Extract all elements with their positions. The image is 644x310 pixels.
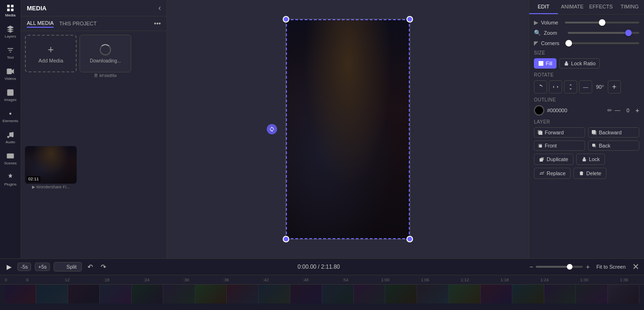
zoom-thumb — [567, 264, 572, 270]
minus5-button[interactable]: -5s — [17, 263, 31, 271]
replace-icon — [539, 170, 545, 176]
media-tab-all[interactable]: ALL MEDIA — [27, 19, 54, 28]
ruler-tick: :12 — [47, 278, 87, 282]
media-tab-project[interactable]: THIS PROJECT — [59, 20, 96, 27]
svg-point-9 — [11, 135, 14, 138]
tab-edit[interactable]: EDIT — [529, 0, 558, 14]
thumbnail-duration: 02:11 — [27, 176, 40, 182]
flip-h-icon — [553, 84, 558, 90]
svg-rect-2 — [7, 9, 9, 11]
grid-icon — [6, 4, 15, 12]
corners-slider[interactable] — [565, 42, 639, 44]
replace-button[interactable]: Replace — [534, 168, 571, 179]
fill-button[interactable]: Fill — [534, 58, 557, 69]
timeline-zoom-slider[interactable] — [536, 266, 583, 268]
timeline-track[interactable] — [5, 285, 639, 303]
text-icon — [6, 46, 15, 54]
svg-rect-1 — [11, 5, 14, 7]
layer-bottom-row: Replace Delete — [534, 168, 639, 179]
sidebar-item-scenes[interactable]: Scenes — [0, 148, 21, 169]
sidebar-item-elements[interactable]: Elements — [0, 106, 21, 127]
timeline-close-button[interactable]: ✕ — [632, 262, 639, 272]
rotate-ccw-button[interactable] — [534, 80, 547, 93]
downloading-filename: 🖹 kFsleBfw — [94, 73, 117, 78]
ruler-tick: :6 — [7, 278, 47, 282]
tab-effects[interactable]: EFFECTS — [587, 0, 615, 14]
plugins-icon — [6, 173, 15, 181]
delete-button[interactable]: Delete — [573, 168, 606, 179]
lock-button[interactable]: Lock — [576, 154, 605, 165]
forward-button[interactable]: Forward — [534, 127, 585, 138]
split-button[interactable]: Split — [54, 262, 81, 271]
backward-button[interactable]: Backward — [588, 127, 639, 138]
timeline-zoom-in[interactable]: + — [586, 263, 589, 271]
timeline: ▶ -5s +5s Split ↶ ↷ 0:00.00 / 2:11.80 − … — [0, 258, 644, 310]
outline-edit-icon[interactable]: ✏ — [607, 107, 612, 114]
media-thumbnail-item[interactable]: 02:11 — [25, 146, 77, 184]
zoom-controls: − + — [529, 263, 589, 271]
undo-button[interactable]: ↶ — [86, 262, 95, 271]
size-section-label: SIZE — [534, 50, 639, 55]
volume-icon: ▶ — [534, 19, 538, 26]
plus5-button[interactable]: +5s — [35, 263, 50, 271]
layers-icon — [6, 25, 15, 33]
volume-slider[interactable] — [565, 22, 639, 23]
lock-icon — [564, 61, 569, 66]
handle-top-left[interactable] — [283, 16, 289, 23]
rotate-icon — [269, 126, 275, 132]
volume-label: Volume — [541, 20, 562, 25]
add-media-button[interactable]: + Add Media — [25, 35, 77, 72]
corners-icon: ◤ — [534, 40, 538, 46]
downloading-item: Downloading... 🖹 kFsleBfw — [80, 35, 131, 143]
layer-section-label: LAYER — [534, 119, 639, 124]
media-panel: MEDIA ‹ ALL MEDIA THIS PROJECT ••• + Add… — [21, 0, 167, 258]
audio-icon — [6, 131, 15, 139]
zoom-fill — [536, 266, 571, 268]
rotate-plus-button[interactable]: + — [608, 80, 621, 93]
sidebar-item-text[interactable]: Text — [0, 42, 21, 63]
canvas-video[interactable] — [286, 19, 410, 240]
rotate-ccw-icon — [538, 84, 543, 90]
handle-bottom-right[interactable] — [406, 236, 413, 242]
outline-color-swatch[interactable] — [534, 105, 544, 116]
back-button[interactable]: Back — [588, 140, 639, 151]
ruler-tick: :54 — [326, 278, 366, 282]
rotate-handle[interactable] — [267, 124, 277, 134]
sidebar-item-media[interactable]: Media — [0, 0, 21, 21]
timeline-zoom-out[interactable]: − — [529, 263, 533, 271]
tab-timing[interactable]: TIMING — [615, 0, 644, 14]
play-button[interactable]: ▶ — [5, 262, 14, 271]
zoom-slider[interactable] — [568, 32, 639, 34]
handle-bottom-left[interactable] — [283, 236, 289, 242]
tab-animate[interactable]: ANIMATE — [558, 0, 587, 14]
rotate-section: — 90° + — [534, 80, 639, 93]
downloading-label: Downloading... — [90, 58, 121, 63]
sidebar-item-images[interactable]: Images — [0, 85, 21, 106]
lock-ratio-button[interactable]: Lock Ratio — [559, 58, 600, 69]
sidebar-item-audio[interactable]: Audio — [0, 127, 21, 148]
sidebar-item-videos[interactable]: Videos — [0, 63, 21, 85]
media-panel-close-button[interactable]: ‹ — [159, 4, 161, 12]
flip-v-button[interactable] — [564, 80, 577, 93]
sidebar-item-plugins[interactable]: Plugins — [0, 169, 21, 190]
right-panel-tabs: EDIT ANIMATE EFFECTS TIMING — [529, 0, 644, 15]
outline-minus-icon[interactable]: — — [615, 107, 620, 114]
flip-h-button[interactable] — [549, 80, 562, 93]
rotate-minus-button[interactable]: — — [579, 80, 592, 93]
media-tab-more-button[interactable]: ••• — [154, 20, 161, 27]
front-button[interactable]: Front — [534, 140, 585, 151]
outline-plus-button[interactable]: + — [636, 107, 639, 114]
right-panel-content: ▶ Volume 🔍 Zoom ◤ Corners — [529, 15, 644, 258]
outline-value: 0 — [623, 108, 633, 113]
ruler-tick: 1:12 — [445, 278, 485, 282]
fit-to-screen-button[interactable]: Fit to Screen — [594, 263, 628, 271]
sidebar-item-layers[interactable]: Layers — [0, 21, 21, 42]
layer-section: Forward Backward Front Back — [534, 127, 639, 179]
duplicate-button[interactable]: Duplicate — [534, 154, 573, 165]
corners-label: Corners — [541, 40, 562, 46]
zoom-row: 🔍 Zoom — [534, 30, 639, 36]
svg-point-8 — [7, 136, 9, 138]
redo-button[interactable]: ↷ — [99, 262, 108, 271]
handle-top-right[interactable] — [406, 16, 413, 23]
ruler-tick: :36 — [206, 278, 246, 282]
